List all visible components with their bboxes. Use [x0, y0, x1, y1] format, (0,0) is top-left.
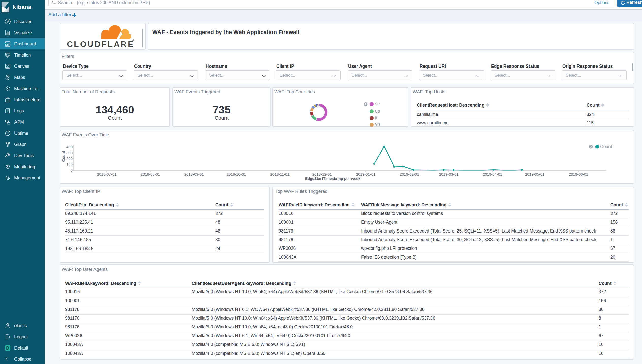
svg-text:®: ®	[132, 39, 134, 42]
svg-text:CLOUDFLARE: CLOUDFLARE	[67, 40, 134, 49]
svg-text:D: D	[6, 346, 9, 351]
